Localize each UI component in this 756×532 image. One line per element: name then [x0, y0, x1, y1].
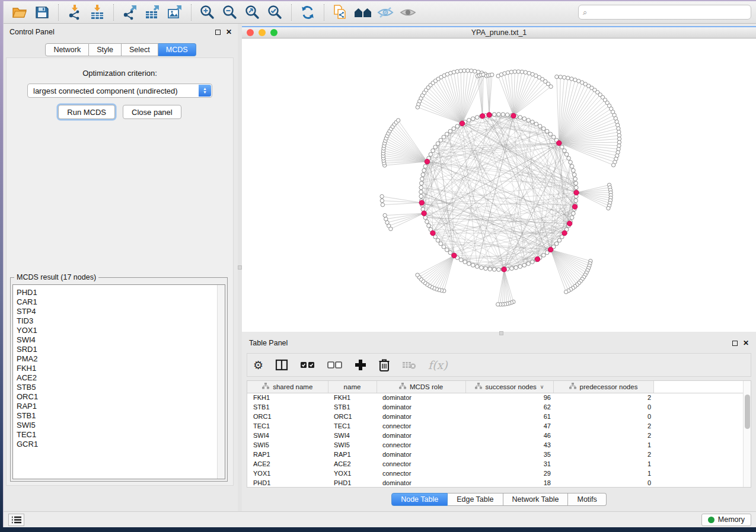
delete-column-icon[interactable]: [378, 358, 390, 371]
import-table-icon[interactable]: [88, 4, 107, 21]
cell-filler: [653, 421, 745, 431]
table-row[interactable]: YOX1YOX1connector291: [247, 469, 745, 478]
mcds-result-item[interactable]: FKH1: [17, 364, 225, 373]
close-panel-button[interactable]: Close panel: [123, 105, 181, 119]
table-row[interactable]: STB1STB1dominator620: [247, 402, 745, 412]
table-scrollbar[interactable]: [743, 381, 751, 487]
zoom-fit-icon[interactable]: [243, 4, 262, 21]
export-table-icon[interactable]: [143, 4, 162, 21]
table-row[interactable]: SWI4SWI4dominator462: [247, 431, 745, 440]
table-row[interactable]: RAP1RAP1dominator352: [247, 450, 745, 459]
horizontal-splitter[interactable]: [242, 332, 756, 335]
table-row[interactable]: ACE2ACE2connector311: [247, 459, 745, 469]
column-header-shared-name[interactable]: shared name: [247, 381, 328, 393]
network-graph: [242, 39, 755, 332]
save-session-icon[interactable]: [33, 4, 52, 21]
close-panel-icon[interactable]: ✕: [226, 30, 232, 35]
mcds-result-item[interactable]: STB5: [17, 383, 225, 392]
mcds-result-item[interactable]: TID3: [17, 316, 225, 326]
first-neighbors-icon[interactable]: [353, 4, 372, 21]
tab-network[interactable]: Network: [45, 43, 89, 56]
run-mcds-button[interactable]: Run MCDS: [58, 105, 115, 119]
zoom-in-icon[interactable]: [198, 4, 217, 21]
cell-successor-nodes: 35: [465, 450, 553, 459]
mcds-result-item[interactable]: STP4: [17, 307, 225, 316]
tab-mcds[interactable]: MCDS: [158, 43, 196, 56]
mcds-result-item[interactable]: STB1: [17, 411, 225, 421]
zoom-out-icon[interactable]: [221, 4, 240, 21]
mcds-result-item[interactable]: ACE2: [17, 373, 225, 383]
cell-shared-name: ORC1: [247, 412, 328, 421]
tab-edge-table[interactable]: Edge Table: [448, 493, 503, 506]
open-file-icon[interactable]: [10, 4, 29, 21]
column-header-predecessor-nodes[interactable]: predecessor nodes: [553, 381, 653, 393]
mcds-result-listbox[interactable]: PHD1CAR1STP4TID3YOX1SWI4SRD1PMA2FKH1ACE2…: [12, 284, 225, 479]
table-row[interactable]: SWI5SWI5connector431: [247, 440, 745, 450]
cell-shared-name: RAP1: [247, 450, 328, 459]
table-row[interactable]: TEC1TEC1connector472: [247, 421, 745, 431]
status-bar: Memory: [4, 511, 756, 527]
cell-predecessor-nodes: 0: [553, 478, 653, 488]
export-network-icon[interactable]: [120, 4, 139, 21]
vertical-splitter[interactable]: [238, 24, 242, 511]
cell-successor-nodes: 47: [465, 421, 553, 431]
import-network-icon[interactable]: [65, 4, 84, 21]
memory-button[interactable]: Memory: [701, 514, 751, 526]
task-history-button[interactable]: [8, 514, 24, 526]
column-header-name[interactable]: name: [328, 381, 377, 393]
float-panel-icon[interactable]: [732, 341, 738, 346]
tab-node-table[interactable]: Node Table: [391, 493, 448, 506]
refresh-view-icon[interactable]: [298, 4, 317, 21]
export-image-icon[interactable]: [165, 4, 184, 21]
mcds-list-scrollbar[interactable]: [217, 285, 225, 479]
table-row[interactable]: PHD1PHD1dominator180: [247, 478, 745, 488]
tab-style[interactable]: Style: [89, 43, 122, 56]
mcds-result-item[interactable]: SWI4: [17, 335, 225, 345]
search-input[interactable]: [578, 5, 751, 20]
copy-view-icon[interactable]: [331, 4, 350, 21]
mcds-result-item[interactable]: TEC1: [17, 430, 225, 440]
show-all-icon[interactable]: [398, 4, 417, 21]
splitter-handle[interactable]: [238, 265, 242, 270]
mcds-result-item[interactable]: CAR1: [17, 297, 225, 307]
network-canvas[interactable]: [242, 39, 756, 332]
mcds-result-item[interactable]: PHD1: [17, 288, 225, 297]
mcds-result-item[interactable]: GCR1: [17, 440, 225, 449]
mcds-result-item[interactable]: SRD1: [17, 345, 225, 354]
mcds-result-item[interactable]: YOX1: [17, 326, 225, 335]
application-window: ⌕ Control Panel ✕ NetworkStyleSelectMCDS…: [3, 1, 756, 527]
tab-motifs[interactable]: Motifs: [568, 493, 606, 506]
mcds-result-item[interactable]: SWI5: [17, 421, 225, 430]
mcds-result-item[interactable]: ORC1: [17, 392, 225, 402]
function-builder-icon: f(x): [428, 358, 448, 371]
zoom-selected-icon[interactable]: [266, 4, 285, 21]
hide-selected-icon[interactable]: [376, 4, 395, 21]
cell-shared-name: PHD1: [247, 478, 328, 488]
select-all-checks-icon[interactable]: [300, 361, 315, 369]
column-header-MCDS-role[interactable]: MCDS role: [377, 381, 465, 393]
tab-select[interactable]: Select: [122, 43, 158, 56]
search-field-wrap: ⌕: [578, 5, 751, 20]
table-row[interactable]: FKH1FKH1dominator962: [247, 393, 745, 402]
table-scrollbar-thumb[interactable]: [745, 395, 750, 429]
network-view-titlebar[interactable]: YPA_prune.txt_1: [242, 27, 756, 39]
cell-MCDS-role: connector: [377, 440, 465, 450]
cell-MCDS-role: dominator: [377, 431, 465, 440]
mcds-result-item[interactable]: PMA2: [17, 354, 225, 364]
clear-all-checks-icon[interactable]: [327, 361, 343, 369]
close-panel-icon[interactable]: ✕: [743, 341, 749, 346]
cell-shared-name: FKH1: [247, 393, 328, 402]
table-options-icon[interactable]: ⚙: [253, 360, 263, 371]
show-columns-icon[interactable]: [275, 359, 288, 371]
table-row[interactable]: ORC1ORC1dominator610: [247, 412, 745, 421]
add-column-icon[interactable]: [355, 359, 366, 371]
criterion-dropdown[interactable]: largest connected component (undirected)…: [27, 84, 212, 98]
cell-successor-nodes: 29: [465, 469, 553, 478]
tab-network-table[interactable]: Network Table: [503, 493, 569, 506]
column-header-successor-nodes[interactable]: successor nodes∨: [465, 381, 553, 393]
mcds-result-item[interactable]: RAP1: [17, 402, 225, 411]
float-panel-icon[interactable]: [215, 30, 221, 35]
table-toolbar: ⚙: [247, 353, 751, 377]
splitter-handle[interactable]: [499, 331, 503, 335]
cell-name: YOX1: [328, 469, 377, 478]
